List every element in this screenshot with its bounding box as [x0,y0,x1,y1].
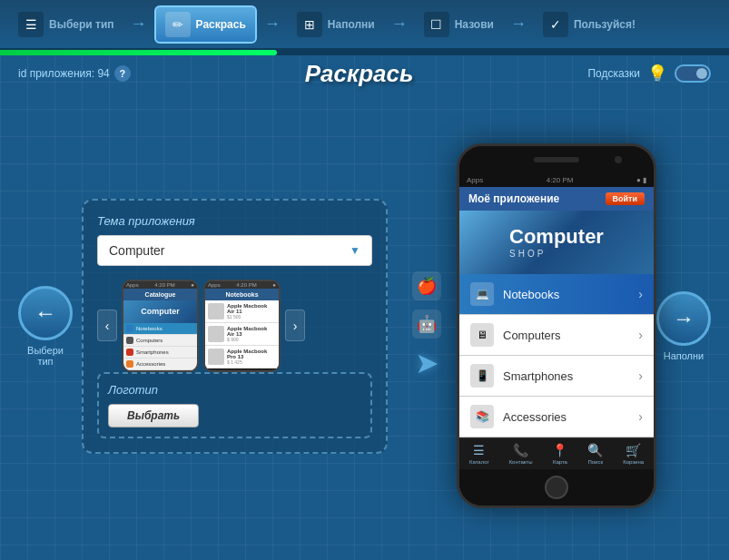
arrow-4: → [510,15,527,34]
help-icon[interactable]: ? [114,65,131,82]
phone-login-button[interactable]: Войти [606,192,645,205]
cart-icon: 🛒 [626,443,641,457]
nav-map[interactable]: 📍 Карта [552,443,567,465]
hint-area: Подсказки 💡 [587,64,711,84]
back-button[interactable]: ← [18,286,73,340]
preview-area: ‹ Apps 4:20 PM ● Catalogue Computer [97,280,372,372]
hint-toggle[interactable] [675,64,711,83]
phone-home-button-area [459,469,654,506]
nav-cart-label: Корзина [623,459,644,465]
os-icons: 🍎 🤖 [412,271,441,339]
nav-contacts-label: Контакты [509,459,533,465]
smartphones-icon: 📱 [470,364,494,388]
mini-phone-1-header: Catalogue [123,289,197,300]
search-icon: 🔍 [587,443,603,457]
item-icon [126,325,133,332]
computers-icon: 🖥 [470,323,494,347]
product-thumb [208,326,224,342]
mini-phone-1-bar: Apps 4:20 PM ● [123,281,197,289]
big-phone: Apps 4:20 PM ● ▮ Моё приложение Войти Co… [457,143,656,508]
logo-section: Логотип Выбрать [97,372,372,438]
menu-item-label: Smartphones [503,369,629,383]
dropdown-arrow-icon: ▼ [350,244,360,257]
item-icon [126,337,133,344]
theme-dropdown[interactable]: Computer ▼ [97,235,372,266]
nav-search[interactable]: 🔍 Поиск [587,443,603,465]
chevron-right-icon: › [638,409,643,424]
list-item: Apple Macbook Pro 13 $ 1 425 [205,346,279,368]
mini-phone-2-bar: Apps 4:20 PM ● [205,281,279,289]
preview-prev-button[interactable]: ‹ [97,309,117,341]
mini-phone-1-list: Notebooks Computers Smartphones Acc [123,323,197,370]
header: id приложения: 94 ? Раскрась Подсказки 💡 [0,55,729,92]
phone-icon: 📞 [513,443,528,457]
home-button[interactable] [545,476,568,499]
product-thumb [208,349,224,365]
forward-button[interactable]: → [656,291,711,346]
bulb-icon[interactable]: 💡 [647,64,667,84]
list-item: Accessories [123,359,197,370]
catalogue-icon: ☰ [473,443,485,457]
phone-preview: Apps 4:20 PM ● ▮ Моё приложение Войти Co… [457,143,656,508]
nav-contacts[interactable]: 📞 Контакты [509,443,533,465]
phone-carrier: Apps [467,176,483,184]
phone-battery: ● ▮ [636,176,646,184]
os-center-area: 🍎 🤖 ➤ [404,271,449,380]
right-arrow-icon: ➤ [415,346,439,380]
back-nav: ← Выберитип [18,286,73,367]
choose-logo-button[interactable]: Выбрать [108,404,199,427]
mini-phone-2-header: Notebooks [205,289,279,300]
arrow-1: → [131,15,147,34]
arrow-3: → [391,15,408,34]
android-icon[interactable]: 🤖 [412,309,441,339]
page-title: Раскрась [131,60,588,88]
phone-status-bar: Apps 4:20 PM ● ▮ [459,173,654,187]
menu-item-notebooks[interactable]: 💻 Notebooks › [459,274,654,315]
nav-cart[interactable]: 🛒 Корзина [623,443,644,465]
forward-label: Наполни [664,350,704,361]
phone-hero-title: Computer [509,226,604,248]
menu-item-smartphones[interactable]: 📱 Smartphones › [459,356,654,397]
mini-phone-2-list: Apple Macbook Air 11 $1 500 Apple Macboo… [205,300,279,368]
menu-item-computers[interactable]: 🖥 Computers › [459,315,654,356]
logo-label: Логотип [108,383,361,397]
chevron-right-icon: › [638,328,643,342]
nav-catalogue-label: Каталог [469,459,489,465]
phone-top [459,146,654,173]
phone-app-bar: Моё приложение Войти [459,187,654,211]
step-type[interactable]: ☰ Выбери тип [9,7,123,42]
app-id-label: id приложения: 94 [18,67,110,80]
step-type-icon: ☰ [18,12,44,37]
menu-item-label: Computers [503,329,629,342]
step-type-label: Выбери тип [49,18,114,31]
step-name-icon: ☐ [424,12,449,37]
arrow-2: → [264,15,281,34]
phone-hero-image: Computer shop [459,211,654,274]
hint-label: Подсказки [587,67,640,80]
step-fill[interactable]: ⊞ Наполни [288,7,384,42]
nav-catalogue[interactable]: ☰ Каталог [469,443,489,465]
notebooks-icon: 💻 [470,282,494,306]
forward-nav: → Наполни [656,291,711,361]
phone-time: 4:20 PM [547,176,574,184]
menu-item-label: Notebooks [503,288,629,301]
preview-next-button[interactable]: › [285,309,305,341]
apple-icon[interactable]: 🍎 [412,271,441,300]
step-paint[interactable]: ✏ Раскрась [154,5,257,44]
top-navigation-bar: ☰ Выбери тип → ✏ Раскрась → ⊞ Наполни → … [0,0,729,50]
nav-search-label: Поиск [587,459,603,465]
phone-app-name: Моё приложение [468,192,559,205]
theme-label: Тема приложения [97,214,372,228]
step-paint-icon: ✏ [165,12,191,37]
step-use[interactable]: ✓ Пользуйся! [534,7,645,42]
main-content: ← Выберитип Тема приложения Computer ▼ ‹… [0,92,729,560]
list-item: Computers [123,335,197,347]
center-arrow: ➤ [404,346,449,380]
step-use-icon: ✓ [543,12,568,37]
item-icon [126,349,133,356]
step-use-label: Пользуйся! [574,18,635,31]
step-name[interactable]: ☐ Назови [415,7,503,42]
menu-item-accessories[interactable]: 📚 Accessories › [459,397,654,437]
nav-map-label: Карта [553,459,567,465]
theme-section: Тема приложения Computer ▼ [97,214,372,266]
